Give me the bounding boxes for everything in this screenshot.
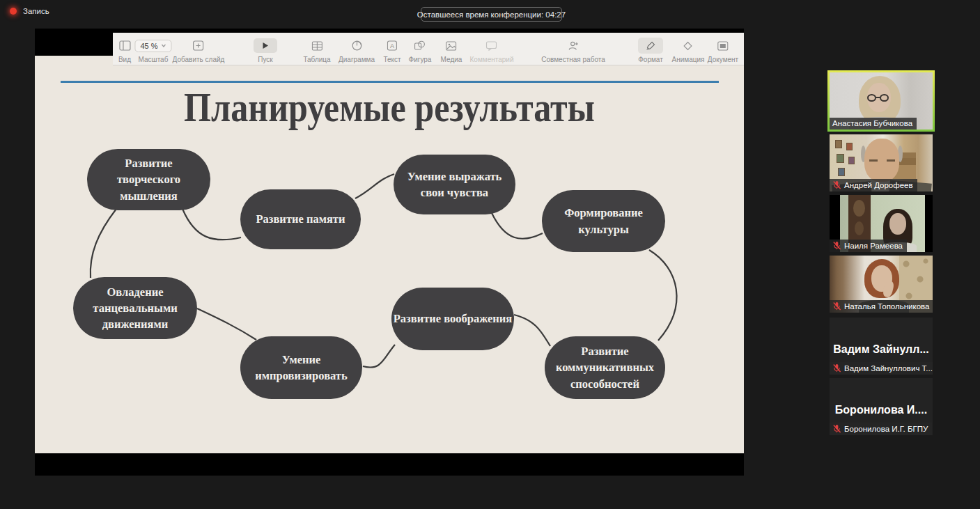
bubble-imagination: Развитие воображения: [391, 288, 514, 350]
toolbar-media-button[interactable]: Медиа: [441, 38, 462, 63]
recording-indicator: Запись: [10, 7, 49, 15]
participant-big-name: Вадим Зайнулл...: [830, 343, 933, 356]
participant-name-label: Андрей Дорофеев: [830, 179, 917, 191]
toolbar-document-button[interactable]: Документ: [708, 38, 738, 63]
muted-mic-icon: [832, 424, 841, 433]
chart-icon: [351, 38, 361, 53]
muted-mic-icon: [832, 302, 841, 311]
bubble-dance-moves: Овладение танцевальными движениями: [73, 277, 197, 339]
participant-name-label: Боронилова И.Г. БГПУ: [830, 423, 932, 435]
bubble-express-feelings: Умение выражать свои чувства: [394, 155, 515, 214]
toolbar-table-button[interactable]: Таблица: [303, 38, 330, 63]
toolbar-add-slide-button[interactable]: Добавить слайд: [173, 38, 225, 63]
toolbar-comment-button[interactable]: Комментарий: [470, 38, 514, 63]
toolbar-shape-button[interactable]: Фигура: [409, 38, 432, 63]
screen-share-region: Планируемые результаты Развитие творческ…: [35, 29, 744, 476]
animate-icon: [683, 38, 694, 53]
record-dot-icon: [10, 8, 17, 15]
text-icon: A: [387, 38, 398, 53]
shape-icon: [414, 38, 426, 53]
chevron-down-icon: [162, 44, 166, 47]
collaborate-icon: [568, 38, 580, 53]
participant-tile-active[interactable]: Анастасия Бубчикова: [827, 70, 935, 132]
toolbar-play-button[interactable]: Пуск: [254, 38, 277, 63]
document-icon: [717, 38, 729, 53]
toolbar-animate-button[interactable]: Анимация: [672, 38, 705, 63]
table-icon: [311, 38, 322, 53]
participant-name-label: Наталья Топольникова: [830, 300, 933, 313]
muted-mic-icon: [832, 241, 841, 250]
participant-tile[interactable]: Андрей Дорофеев: [830, 134, 933, 191]
toolbar-view-button[interactable]: Вид: [118, 38, 131, 63]
participant-video: Анастасия Бубчикова: [830, 72, 933, 130]
participant-tile[interactable]: Вадим Зайнулл... Вадим Зайнуллович Т...: [830, 318, 933, 375]
toolbar-text-button[interactable]: A Текст: [383, 38, 400, 63]
time-remaining-tooltip: Оставшееся время конференции: 04:27: [421, 7, 562, 22]
view-icon: [119, 38, 131, 53]
participant-tile[interactable]: Наиля Рамеева: [830, 195, 933, 252]
bubble-memory: Развитие памяти: [240, 189, 361, 249]
toolbar-collaborate-button[interactable]: Совместная работа: [541, 38, 605, 63]
zoom-value[interactable]: 45 %: [134, 40, 171, 52]
muted-mic-icon: [832, 363, 841, 373]
muted-mic-icon: [832, 180, 841, 189]
participant-name-label: Вадим Зайнуллович Т...: [830, 362, 933, 375]
play-icon: [254, 38, 277, 53]
recording-label: Запись: [23, 7, 49, 15]
participant-tile[interactable]: Боронилова И.... Боронилова И.Г. БГПУ: [830, 378, 933, 435]
svg-text:A: A: [390, 42, 394, 49]
comment-icon: [486, 38, 497, 53]
bubble-improvise: Умение импровизировать: [240, 336, 362, 399]
participant-name-label: Наиля Рамеева: [830, 240, 907, 252]
toolbar-zoom-control[interactable]: 45 % Масштаб: [134, 38, 171, 63]
participant-tile[interactable]: Наталья Топольникова: [830, 256, 933, 313]
bubble-culture: Формирование культуры: [542, 190, 665, 252]
add-slide-icon: [193, 38, 204, 53]
presentation-slide: Планируемые результаты Развитие творческ…: [35, 56, 744, 453]
keynote-toolbar: Вид 45 % Масштаб Добавить слайд Пуск Таб…: [113, 33, 744, 65]
format-icon: [638, 38, 663, 54]
participant-big-name: Боронилова И....: [830, 404, 933, 416]
toolbar-chart-button[interactable]: Диаграмма: [339, 38, 375, 63]
participant-name-label: Анастасия Бубчикова: [830, 118, 917, 130]
bubble-creative-thinking: Развитие творческого мышления: [87, 149, 210, 210]
bubble-communication: Развитие коммуникативных способностей: [545, 336, 665, 399]
media-icon: [446, 38, 457, 53]
toolbar-format-button[interactable]: Формат: [638, 38, 663, 63]
